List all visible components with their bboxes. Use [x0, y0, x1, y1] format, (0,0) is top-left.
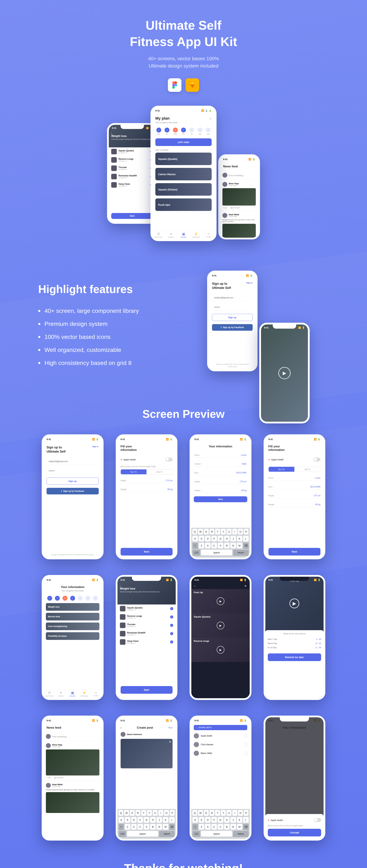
start-button[interactable]: Let's start — [156, 138, 211, 146]
kb-key[interactable]: Q — [192, 529, 197, 535]
exercise-row[interactable]: Reverse Lunge10 times x 3✓ — [117, 613, 176, 621]
post-image[interactable] — [222, 188, 256, 206]
next-button[interactable]: Next — [269, 548, 320, 556]
kb-key[interactable]: H — [224, 536, 230, 541]
avatar[interactable] — [222, 173, 227, 178]
kb-key[interactable]: I — [158, 810, 163, 816]
next-button[interactable]: Next — [121, 548, 173, 556]
unit-lbs[interactable]: Lbs, Ft — [146, 469, 172, 474]
signin-link[interactable]: Sign in — [246, 282, 253, 284]
back-icon[interactable]: ‹ — [111, 132, 112, 135]
gender-input[interactable]: Male — [242, 463, 246, 465]
back-icon[interactable]: ‹ — [194, 584, 195, 588]
unit-kg[interactable]: Kg, Cm — [121, 469, 147, 474]
kb-key[interactable]: U — [227, 529, 231, 535]
kb-key[interactable]: W — [198, 529, 203, 535]
keyboard[interactable]: QWERTYUIOPASDFGHJKL⇧ZXCVBNM⌫123spaceretu… — [191, 809, 250, 839]
accept-button[interactable]: I Accept — [268, 829, 321, 836]
exercise-card[interactable]: Squats (Quads) — [156, 153, 211, 165]
category-card[interactable]: Flexibility increase — [46, 632, 100, 640]
avatar[interactable] — [222, 213, 227, 218]
facebook-button[interactable]: fSign up by Facebook — [47, 488, 99, 494]
signup-button[interactable]: Sign up — [47, 477, 99, 485]
kb-key[interactable]: I — [232, 810, 237, 816]
kb-key[interactable]: A — [118, 817, 124, 823]
kb-key[interactable]: L — [243, 817, 249, 823]
kb-key[interactable]: F — [137, 817, 143, 823]
kb-key[interactable]: Q — [192, 810, 197, 816]
tab-profile[interactable]: ☺Profile — [202, 232, 215, 238]
kb-key[interactable]: J — [230, 817, 236, 823]
exercise-row[interactable]: Reverse Lunge10 times x 3✓ — [109, 156, 156, 164]
post-image-preview[interactable]: ✕ — [121, 739, 173, 768]
kb-key[interactable]: K — [237, 536, 243, 541]
kb-key[interactable]: O — [238, 529, 243, 535]
kb-key[interactable]: D — [205, 536, 210, 541]
born-input[interactable]: 28/12/1994 — [236, 471, 246, 474]
password-input[interactable]: •••••••• — [212, 304, 253, 311]
name-input[interactable]: Lucas — [241, 454, 246, 456]
category-card[interactable]: Muscle tone — [46, 613, 100, 620]
kb-key[interactable]: Y — [147, 810, 152, 816]
category-card[interactable]: Weight loss — [46, 603, 100, 611]
kb-key[interactable]: U — [153, 810, 158, 816]
tab-myplan[interactable]: ▦My plan — [177, 232, 190, 238]
exercise-card[interactable]: Push-Ups — [156, 198, 211, 211]
exercise-row[interactable]: Romanian Deadlift10 times x 3✓ — [109, 173, 156, 181]
email-input[interactable]: reddy18@gmail.com — [212, 294, 253, 301]
kb-key[interactable]: A — [192, 536, 198, 541]
schedule-row[interactable]: Wed 7 Sep9 : 00 — [268, 637, 321, 641]
modal-overlay[interactable]: Apple health Allow access to fill your i… — [265, 717, 324, 839]
friend-row[interactable]: Chris Hansen — [191, 740, 250, 749]
start-button[interactable]: Start — [111, 213, 153, 219]
kb-key[interactable]: E — [204, 810, 209, 816]
kb-key[interactable]: R — [136, 810, 140, 816]
exercise-row[interactable]: Squats (Quads)10 times x 3✓ — [109, 147, 156, 156]
kb-key[interactable]: F — [211, 536, 217, 541]
kb-key[interactable]: K — [237, 817, 243, 823]
kb-key[interactable]: L — [243, 536, 249, 541]
email-input[interactable]: reddy18@gmail.com — [47, 458, 99, 465]
comment-button[interactable]: 💬 Comment — [231, 207, 240, 209]
height-input[interactable]: 175 cm — [166, 479, 173, 482]
post-prompt[interactable]: Post something... — [229, 174, 245, 177]
kb-key[interactable]: G — [144, 817, 149, 823]
kb-key[interactable]: E — [130, 810, 135, 816]
kb-key[interactable]: O — [238, 810, 243, 816]
weight-input[interactable]: 66 kg — [168, 488, 173, 491]
kb-key[interactable]: R — [209, 810, 215, 816]
modal-toggle[interactable] — [314, 818, 321, 822]
kb-key[interactable]: U — [227, 810, 231, 816]
back-icon[interactable]: ‹ — [121, 726, 121, 729]
facebook-button[interactable]: fSign up by Facebook — [212, 324, 253, 331]
kb-key[interactable]: S — [199, 817, 204, 823]
kb-key[interactable]: P — [244, 810, 249, 816]
tab-challenges[interactable]: ⚡Challenges — [190, 232, 202, 238]
kb-key[interactable]: F — [211, 817, 217, 823]
play-icon[interactable]: ▶ — [289, 598, 299, 608]
kb-key[interactable]: S — [199, 536, 204, 541]
kb-key[interactable]: T — [141, 810, 146, 816]
kb-key[interactable]: A — [192, 817, 198, 823]
exercise-row[interactable]: Romanian Deadlift10 times x 3✓ — [117, 629, 176, 638]
exercise-row[interactable]: Thruster10 times x 3✓ — [117, 621, 176, 629]
kb-key[interactable]: S — [125, 817, 130, 823]
kb-key[interactable]: W — [124, 810, 129, 816]
apple-health-toggle[interactable] — [313, 458, 320, 461]
category-card[interactable]: Core strengthening — [46, 623, 100, 630]
tab-newsfeed[interactable]: ☰News Feed — [152, 232, 165, 238]
exercise-row[interactable]: Thruster10 times x 3✓ — [109, 164, 156, 173]
tab-nutrition[interactable]: ✕Nutrition — [165, 232, 177, 238]
kb-key[interactable]: D — [131, 817, 137, 823]
exercise-card[interactable]: Calves Raises — [156, 168, 211, 180]
back-icon[interactable]: ‹ — [120, 584, 121, 587]
remove-icon[interactable]: ✕ — [169, 740, 171, 744]
post-button[interactable]: Post — [168, 726, 173, 729]
schedule-row[interactable]: Wed 8 Sep10 : 00 — [268, 641, 321, 646]
kb-key[interactable]: H — [150, 817, 156, 823]
exercise-row[interactable]: Squats (Quads)10 times x 3✓ — [117, 604, 176, 613]
avatar[interactable] — [222, 182, 227, 187]
kb-key[interactable]: G — [218, 536, 223, 541]
signin-link[interactable]: Sign in — [92, 445, 99, 447]
kb-key[interactable]: Q — [118, 810, 123, 816]
